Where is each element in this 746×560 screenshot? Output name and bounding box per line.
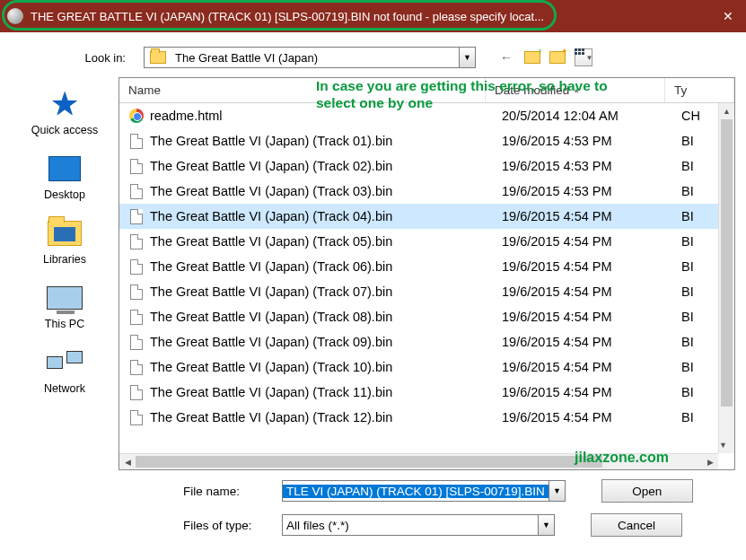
file-date: 19/6/2015 4:54 PM [502,259,681,274]
nav-icons: ← ▼ [497,48,592,66]
file-row[interactable]: The Great Battle VI (Japan) (Track 10).b… [119,354,734,380]
place-desktop[interactable]: Desktop [11,145,118,206]
vertical-scrollbar[interactable]: ▲ ▼ [718,103,734,453]
file-date: 19/6/2015 4:54 PM [502,209,681,223]
file-date: 19/6/2015 4:54 PM [502,284,681,299]
pc-icon [47,286,83,310]
file-name: The Great Battle VI (Japan) (Track 07).b… [150,284,502,299]
chevron-down-icon[interactable]: ▼ [549,481,565,501]
file-row[interactable]: The Great Battle VI (Japan) (Track 03).b… [119,179,734,204]
scroll-right-icon[interactable]: ▶ [702,454,718,470]
filetype-label: Files of type: [183,519,282,532]
file-name: The Great Battle VI (Japan) (Track 04).b… [150,209,502,223]
toolbar: Look in: The Great Battle VI (Japan) ▼ ←… [0,32,746,77]
file-date: 19/6/2015 4:53 PM [502,159,681,173]
filename-label: File name: [183,485,282,498]
file-row[interactable]: The Great Battle VI (Japan) (Track 04).b… [119,204,734,229]
file-row[interactable]: The Great Battle VI (Japan) (Track 05).b… [119,229,734,254]
file-row[interactable]: The Great Battle VI (Japan) (Track 02).b… [119,153,734,179]
scroll-thumb[interactable] [721,119,733,407]
new-folder-icon[interactable] [549,51,566,64]
document-icon [128,384,145,400]
cancel-button[interactable]: Cancel [591,513,682,537]
filename-value: TLE VI (JAPAN) (TRACK 01) [SLPS-00719].B… [283,485,549,498]
libraries-icon [48,221,82,246]
column-name[interactable]: Name [119,78,486,102]
up-one-level-icon[interactable] [524,51,540,64]
chrome-icon [128,108,145,124]
file-date: 19/6/2015 4:54 PM [502,310,681,324]
lookin-value: The Great Battle VI (Japan) [171,51,459,65]
column-date[interactable]: Date modified▲ [486,78,665,102]
view-menu-button[interactable]: ▼ [575,48,592,66]
place-libraries[interactable]: Libraries [11,210,118,271]
open-button[interactable]: Open [601,479,693,503]
desktop-icon [48,156,81,181]
window-title: THE GREAT BATTLE VI (JAPAN) (TRACK 01) [… [31,10,710,23]
document-icon [128,158,145,174]
document-icon [128,334,145,350]
scroll-down-icon[interactable]: ▼ [719,437,727,453]
scroll-up-icon[interactable]: ▲ [719,103,734,119]
places-bar: ★ Quick access Desktop Libraries This PC… [11,77,118,470]
bottom-panel: File name: TLE VI (JAPAN) (TRACK 01) [SL… [0,470,746,537]
document-icon [128,258,145,275]
file-row[interactable]: The Great Battle VI (Japan) (Track 12).b… [119,405,734,430]
document-icon [128,183,145,199]
scroll-left-icon[interactable]: ◀ [119,454,136,470]
place-quick-access[interactable]: ★ Quick access [11,81,118,142]
close-button[interactable]: ✕ [710,0,746,32]
document-icon [128,409,145,425]
place-network[interactable]: Network [11,339,118,400]
document-icon [128,208,145,224]
file-row[interactable]: readme.html20/5/2014 12:04 AMCH [119,103,734,128]
file-date: 19/6/2015 4:53 PM [502,184,681,198]
network-icon [47,351,83,374]
place-label: This PC [45,318,84,330]
file-name: The Great Battle VI (Japan) (Track 10).b… [150,360,502,374]
file-row[interactable]: The Great Battle VI (Japan) (Track 08).b… [119,304,734,329]
horizontal-scrollbar[interactable]: ◀ ▶ [119,453,718,469]
app-icon [7,8,23,24]
file-name: The Great Battle VI (Japan) (Track 09).b… [150,335,502,349]
sort-arrow-icon: ▲ [573,86,580,94]
file-date: 19/6/2015 4:54 PM [502,360,681,374]
folder-icon [150,51,166,64]
file-name: The Great Battle VI (Japan) (Track 12).b… [150,410,502,424]
lookin-label: Look in: [63,51,126,65]
chevron-down-icon[interactable]: ▼ [538,515,554,535]
file-row[interactable]: The Great Battle VI (Japan) (Track 09).b… [119,329,734,354]
lookin-combo[interactable]: The Great Battle VI (Japan) ▼ [144,47,476,68]
file-name: The Great Battle VI (Japan) (Track 05).b… [150,234,502,249]
place-label: Network [44,382,85,395]
file-name: The Great Battle VI (Japan) (Track 11).b… [150,385,502,399]
document-icon [128,359,145,375]
place-this-pc[interactable]: This PC [11,275,118,336]
column-type[interactable]: Ty [665,78,734,102]
file-name: readme.html [150,109,502,123]
file-rows: readme.html20/5/2014 12:04 AMCHThe Great… [119,103,734,430]
file-date: 19/6/2015 4:54 PM [502,410,681,424]
filetype-value: All files (*.*) [283,519,538,532]
filename-input[interactable]: TLE VI (JAPAN) (TRACK 01) [SLPS-00719].B… [282,480,566,502]
document-icon [128,284,145,300]
file-name: The Great Battle VI (Japan) (Track 01).b… [150,134,502,148]
file-name: The Great Battle VI (Japan) (Track 02).b… [150,159,502,173]
place-label: Libraries [43,253,86,266]
file-row[interactable]: The Great Battle VI (Japan) (Track 01).b… [119,128,734,153]
file-row[interactable]: The Great Battle VI (Japan) (Track 11).b… [119,380,734,405]
place-label: Desktop [44,188,85,201]
place-label: Quick access [31,124,98,136]
document-icon [128,233,145,249]
chevron-down-icon[interactable]: ▼ [459,48,475,67]
star-icon: ★ [50,85,79,123]
document-icon [128,133,145,149]
back-icon[interactable]: ← [497,48,515,66]
file-row[interactable]: The Great Battle VI (Japan) (Track 06).b… [119,254,734,279]
file-row[interactable]: The Great Battle VI (Japan) (Track 07).b… [119,279,734,304]
filetype-combo[interactable]: All files (*.*) ▼ [282,514,555,536]
column-headers: Name Date modified▲ Ty [119,78,734,103]
file-name: The Great Battle VI (Japan) (Track 06).b… [150,259,502,274]
file-date: 20/5/2014 12:04 AM [502,109,681,123]
scroll-thumb[interactable] [136,456,602,468]
